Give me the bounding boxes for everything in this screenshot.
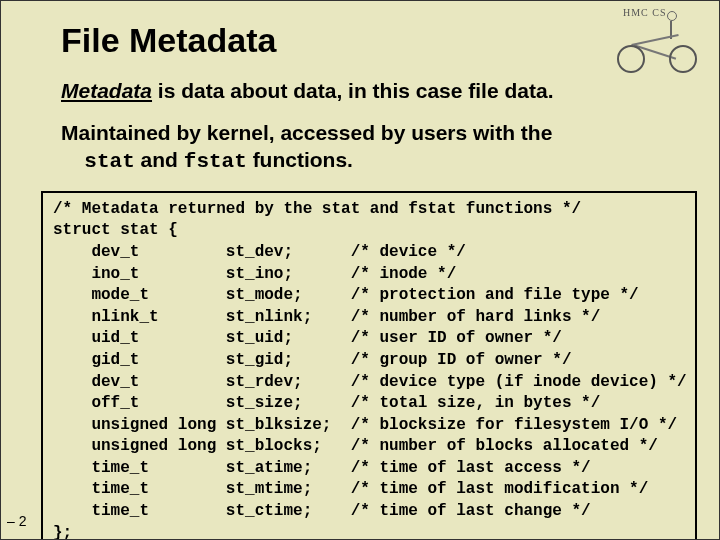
slide-title: File Metadata	[1, 1, 719, 72]
bike-wheel-icon	[669, 45, 697, 73]
metadata-emphasis: Metadata	[61, 79, 152, 102]
subtitle-text: is data about data, in this case file da…	[152, 79, 553, 102]
logo-label: HMC CS	[623, 7, 667, 18]
code-block-struct-stat: /* Metadata returned by the stat and fst…	[41, 191, 697, 540]
bike-frame-bar	[631, 34, 678, 46]
subtitle-definition: Metadata is data about data, in this cas…	[1, 72, 719, 114]
rider-head-icon	[667, 11, 677, 21]
page-number: – 2	[7, 513, 26, 529]
fn-stat: stat	[84, 150, 134, 173]
subtitle-kernel: Maintained by kernel, accessed by users …	[1, 114, 719, 185]
subtitle-text: and	[135, 148, 184, 171]
subtitle-text: functions.	[247, 148, 353, 171]
fn-fstat: fstat	[184, 150, 247, 173]
subtitle-text: Maintained by kernel, accessed by users …	[61, 121, 552, 144]
bike-wheel-icon	[617, 45, 645, 73]
logo-hmc-cs: HMC CS	[613, 7, 701, 75]
